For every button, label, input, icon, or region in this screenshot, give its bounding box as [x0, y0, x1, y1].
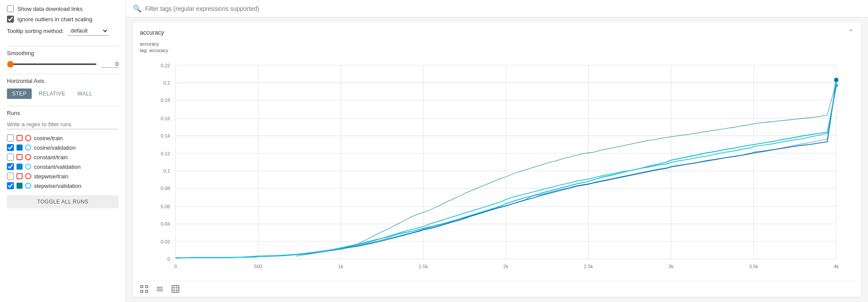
endpoint-cosine-val	[834, 78, 838, 82]
run-cosine-train-label: cosine/train	[34, 135, 63, 141]
toggle-all-runs-button[interactable]: TOGGLE ALL RUNS	[7, 195, 119, 208]
tooltip-sorting-row: Tooltip sorting method: default ascendin…	[7, 26, 119, 36]
chart-body: accuracy tag: accuracy .grid-line { stro…	[133, 37, 861, 281]
runs-filter-input[interactable]	[7, 120, 119, 129]
chart-tag: accuracy tag: accuracy	[140, 41, 854, 54]
run-constant-train-dot	[25, 154, 31, 160]
data-table-button[interactable]	[154, 284, 166, 294]
svg-text:1k: 1k	[338, 264, 343, 269]
sidebar: Show data download links Ignore outliers…	[0, 0, 126, 302]
run-constant-validation-dot	[25, 164, 31, 170]
smoothing-label: Smoothing	[7, 50, 119, 56]
svg-text:3k: 3k	[668, 264, 673, 269]
collapse-icon[interactable]: ⌃	[848, 28, 854, 37]
svg-text:1.5k: 1.5k	[419, 264, 428, 269]
run-stepwise-train-checkbox[interactable]	[7, 173, 14, 180]
search-bar: 🔍	[126, 0, 868, 17]
run-stepwise-validation-dot	[25, 183, 31, 189]
run-stepwise-validation: stepwise/validation	[7, 182, 119, 189]
svg-text:2k: 2k	[503, 264, 508, 269]
run-stepwise-train-color	[17, 173, 23, 179]
svg-text:0.22: 0.22	[161, 62, 170, 68]
svg-rect-42	[141, 286, 143, 288]
run-cosine-validation-dot	[25, 144, 31, 151]
fit-domain-button[interactable]	[138, 284, 150, 294]
run-cosine-train-dot	[25, 135, 31, 141]
svg-text:0: 0	[174, 264, 177, 269]
run-constant-train: constant/train	[7, 154, 119, 161]
svg-text:0.06: 0.06	[161, 204, 170, 209]
svg-rect-43	[145, 286, 148, 288]
svg-rect-44	[141, 290, 143, 292]
search-icon: 🔍	[133, 4, 142, 13]
run-constant-validation-label: constant/validation	[34, 164, 81, 170]
svg-text:0.16: 0.16	[161, 115, 170, 121]
run-constant-train-color	[17, 154, 23, 160]
horizontal-axis-buttons: STEP RELATIVE WALL	[7, 89, 119, 99]
run-stepwise-train-label: stepwise/train	[34, 173, 68, 180]
data-table-icon	[155, 285, 164, 293]
run-stepwise-train-dot	[25, 173, 31, 179]
axis-btn-relative[interactable]: RELATIVE	[33, 89, 70, 99]
svg-text:0.04: 0.04	[161, 221, 171, 226]
svg-text:0.14: 0.14	[161, 133, 171, 138]
svg-text:0.1: 0.1	[163, 168, 170, 174]
run-constant-validation-color	[17, 164, 23, 170]
run-cosine-validation: cosine/validation	[7, 144, 119, 151]
tooltip-sorting-select[interactable]: default ascending descending nearest	[67, 26, 109, 36]
smoothing-slider[interactable]	[7, 63, 97, 65]
main-content: 🔍 accuracy ⌃ accuracy tag: accuracy	[126, 0, 868, 302]
toggle-zoom-icon	[171, 285, 180, 293]
ignore-outliers-row: Ignore outliers in chart scaling	[7, 16, 119, 23]
svg-text:0.08: 0.08	[161, 186, 170, 191]
chart-title: accuracy	[140, 29, 164, 36]
run-constant-train-label: constant/train	[34, 154, 68, 161]
divider-1	[7, 46, 119, 46]
run-cosine-validation-color	[17, 144, 23, 151]
run-stepwise-validation-label: stepwise/validation	[34, 183, 81, 189]
axis-btn-step[interactable]: STEP	[7, 89, 32, 99]
run-stepwise-validation-color	[17, 183, 23, 189]
toggle-zoom-button[interactable]	[169, 284, 182, 294]
divider-2	[7, 74, 119, 74]
chart-header: accuracy ⌃	[133, 23, 861, 37]
chart-card: accuracy ⌃ accuracy tag: accuracy .grid-…	[133, 23, 861, 297]
svg-text:500: 500	[254, 264, 262, 269]
search-input[interactable]	[145, 5, 861, 12]
chart-toolbar	[133, 281, 861, 297]
svg-text:0.12: 0.12	[161, 151, 170, 156]
ignore-outliers-label: Ignore outliers in chart scaling	[17, 16, 92, 23]
show-download-label: Show data download links	[17, 6, 83, 12]
show-download-row: Show data download links	[7, 5, 119, 12]
runs-label: Runs	[7, 110, 119, 116]
run-cosine-train: cosine/train	[7, 135, 119, 141]
svg-text:0.18: 0.18	[161, 98, 170, 103]
svg-text:0.02: 0.02	[161, 239, 170, 244]
run-cosine-validation-label: cosine/validation	[34, 144, 76, 151]
run-stepwise-validation-checkbox[interactable]	[7, 182, 14, 189]
svg-text:4k: 4k	[834, 264, 839, 269]
chart-svg-container: .grid-line { stroke: #e0e0e0; stroke-wid…	[140, 56, 854, 277]
svg-rect-45	[145, 290, 148, 292]
smoothing-value-input[interactable]	[101, 61, 119, 68]
axis-btn-wall[interactable]: WALL	[72, 89, 97, 99]
smoothing-row	[7, 61, 119, 68]
run-cosine-validation-checkbox[interactable]	[7, 144, 14, 151]
divider-3	[7, 106, 119, 106]
chart-area: accuracy ⌃ accuracy tag: accuracy .grid-…	[126, 17, 868, 302]
svg-text:2.5k: 2.5k	[584, 264, 594, 269]
run-constant-validation-checkbox[interactable]	[7, 163, 14, 170]
run-cosine-train-color	[17, 135, 23, 141]
chart-svg: .grid-line { stroke: #e0e0e0; stroke-wid…	[140, 56, 854, 277]
svg-text:0: 0	[168, 256, 170, 262]
fit-domain-icon	[140, 285, 149, 293]
endpoint-constant-val	[835, 84, 838, 88]
svg-text:0.2: 0.2	[163, 80, 170, 85]
ignore-outliers-checkbox[interactable]	[7, 16, 14, 23]
run-stepwise-train: stepwise/train	[7, 173, 119, 180]
svg-rect-49	[172, 286, 179, 292]
run-constant-train-checkbox[interactable]	[7, 154, 14, 161]
svg-text:3.5k: 3.5k	[749, 264, 759, 269]
run-cosine-train-checkbox[interactable]	[7, 135, 14, 141]
show-download-checkbox[interactable]	[7, 5, 14, 12]
